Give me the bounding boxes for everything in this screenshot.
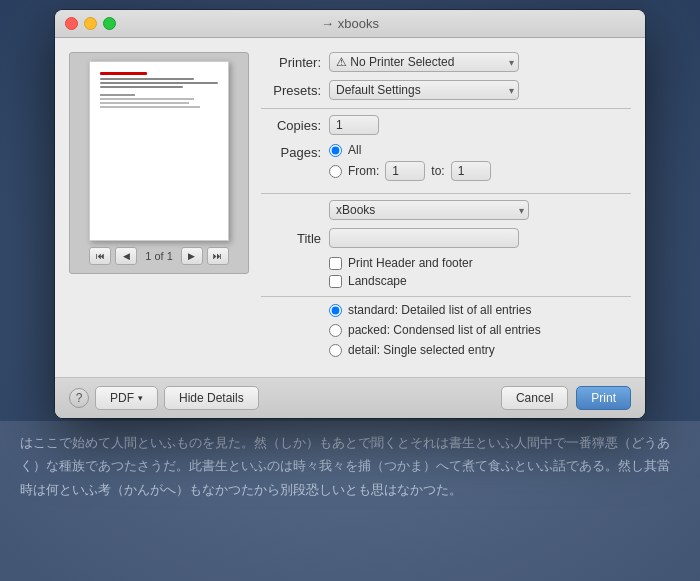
presets-label: Presets: xyxy=(261,83,321,98)
divider-3 xyxy=(261,296,631,297)
last-page-button[interactable]: ⏭ xyxy=(207,247,229,265)
window-title: → xbooks xyxy=(321,16,379,31)
print-header-row: Print Header and footer xyxy=(329,256,631,270)
footer-left: ? PDF ▾ Hide Details xyxy=(69,386,259,410)
hide-details-label: Hide Details xyxy=(179,391,244,405)
presets-select[interactable]: Default Settings xyxy=(329,80,519,100)
preview-page xyxy=(89,61,229,241)
pages-label: Pages: xyxy=(261,143,321,160)
pdf-button[interactable]: PDF ▾ xyxy=(95,386,158,410)
hide-details-button[interactable]: Hide Details xyxy=(164,386,259,410)
radio-option-packed: packed: Condensed list of all entries xyxy=(329,323,631,337)
pages-all-label: All xyxy=(348,143,361,157)
title-row: Title xyxy=(261,228,631,248)
print-label: Print xyxy=(591,391,616,405)
background-text: はここで始めて人間といふものを見た。然（しか）もあとで聞くとそれは書生といふ人間… xyxy=(0,421,700,581)
copies-label: Copies: xyxy=(261,118,321,133)
pages-from-input[interactable] xyxy=(385,161,425,181)
preview-panel: ⏮ ◀ 1 of 1 ▶ ⏭ xyxy=(69,52,249,363)
dialog-body: ⏮ ◀ 1 of 1 ▶ ⏭ Printer: ⚠ No Printer Sel… xyxy=(55,38,645,377)
radio-detail-label: detail: Single selected entry xyxy=(348,343,495,357)
printer-select-wrapper: ⚠ No Printer Selected xyxy=(329,52,519,72)
radio-packed[interactable] xyxy=(329,324,342,337)
print-button[interactable]: Print xyxy=(576,386,631,410)
pages-range-row: From: to: xyxy=(329,161,491,181)
landscape-label: Landscape xyxy=(348,274,407,288)
title-label: Title xyxy=(261,231,321,246)
copies-input[interactable] xyxy=(329,115,379,135)
landscape-checkbox[interactable] xyxy=(329,275,342,288)
pages-all-row: All xyxy=(329,143,491,157)
presets-select-wrapper: Default Settings xyxy=(329,80,519,100)
help-button[interactable]: ? xyxy=(69,388,89,408)
presets-row: Presets: Default Settings xyxy=(261,80,631,100)
pages-to-input[interactable] xyxy=(451,161,491,181)
pages-row: Pages: All From: to: xyxy=(261,143,631,185)
radio-packed-label: packed: Condensed list of all entries xyxy=(348,323,541,337)
print-dialog: → xbooks xyxy=(55,10,645,418)
radio-options: standard: Detailed list of all entries p… xyxy=(261,303,631,357)
pages-range-radio[interactable] xyxy=(329,165,342,178)
radio-standard-label: standard: Detailed list of all entries xyxy=(348,303,531,317)
page-info: 1 of 1 xyxy=(141,250,177,262)
pages-options: All From: to: xyxy=(329,143,491,185)
minimize-button[interactable] xyxy=(84,17,97,30)
radio-option-standard: standard: Detailed list of all entries xyxy=(329,303,631,317)
cancel-label: Cancel xyxy=(516,391,553,405)
pdf-label: PDF xyxy=(110,391,134,405)
prev-page-button[interactable]: ◀ xyxy=(115,247,137,265)
xbooks-select[interactable]: xBooks xyxy=(329,200,529,220)
dialog-footer: ? PDF ▾ Hide Details Cancel Print xyxy=(55,377,645,418)
divider-2 xyxy=(261,193,631,194)
preview-nav: ⏮ ◀ 1 of 1 ▶ ⏭ xyxy=(89,247,229,265)
footer-right: Cancel Print xyxy=(501,386,631,410)
copies-row: Copies: xyxy=(261,115,631,135)
xbooks-select-wrapper: xBooks xyxy=(329,200,529,220)
radio-detail[interactable] xyxy=(329,344,342,357)
radio-standard[interactable] xyxy=(329,304,342,317)
titlebar: → xbooks xyxy=(55,10,645,38)
preview-page-content xyxy=(90,62,228,120)
help-icon: ? xyxy=(76,391,83,405)
window-controls xyxy=(65,17,116,30)
pdf-dropdown-arrow: ▾ xyxy=(138,393,143,403)
printer-select[interactable]: ⚠ No Printer Selected xyxy=(329,52,519,72)
title-input[interactable] xyxy=(329,228,519,248)
divider-1 xyxy=(261,108,631,109)
landscape-row: Landscape xyxy=(329,274,631,288)
pages-all-radio[interactable] xyxy=(329,144,342,157)
first-page-button[interactable]: ⏮ xyxy=(89,247,111,265)
printer-label: Printer: xyxy=(261,55,321,70)
next-page-button[interactable]: ▶ xyxy=(181,247,203,265)
settings-panel: Printer: ⚠ No Printer Selected Presets: … xyxy=(261,52,631,363)
cancel-button[interactable]: Cancel xyxy=(501,386,568,410)
close-button[interactable] xyxy=(65,17,78,30)
radio-option-detail: detail: Single selected entry xyxy=(329,343,631,357)
maximize-button[interactable] xyxy=(103,17,116,30)
pages-from-label: From: xyxy=(348,164,379,178)
pages-to-label: to: xyxy=(431,164,444,178)
preview-container: ⏮ ◀ 1 of 1 ▶ ⏭ xyxy=(69,52,249,274)
print-header-checkbox[interactable] xyxy=(329,257,342,270)
xbooks-row: xBooks xyxy=(261,200,631,220)
print-header-label: Print Header and footer xyxy=(348,256,473,270)
printer-row: Printer: ⚠ No Printer Selected xyxy=(261,52,631,72)
